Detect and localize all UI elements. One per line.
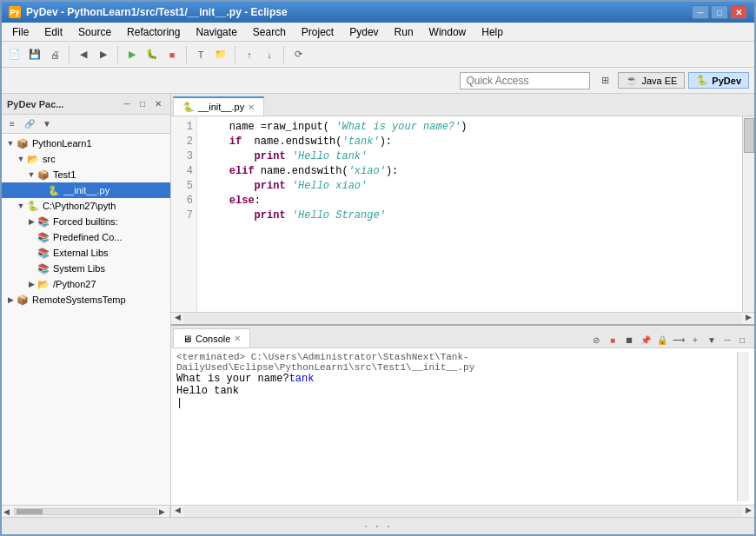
status-bar: · · · [2, 517, 754, 534]
menu-navigate[interactable]: Navigate [189, 24, 243, 40]
editor-tab-init-py[interactable]: 🐍 __init__.py ✕ [173, 96, 264, 116]
minimize-panel-button[interactable]: ─ [120, 97, 134, 111]
menu-window[interactable]: Window [422, 24, 474, 40]
menu-source[interactable]: Source [71, 24, 118, 40]
console-cursor-line[interactable]: | [176, 397, 737, 409]
console-word-wrap[interactable]: ⟶ [671, 332, 686, 347]
expand-arrow[interactable]: ▶ [26, 280, 36, 288]
scroll-thumb [17, 509, 43, 514]
editor-vertical-scrollbar[interactable] [742, 116, 754, 312]
tree-item-pythonlearn1[interactable]: ▼ 📦 PythonLearn1 [2, 136, 170, 151]
console-view-menu[interactable]: ▼ [704, 332, 720, 347]
sidebar-menu-button[interactable]: ▼ [39, 116, 55, 132]
next-annotation[interactable]: ↓ [260, 45, 279, 64]
close-button[interactable]: ✕ [730, 5, 747, 19]
synchronize-button[interactable]: ⟳ [288, 45, 308, 64]
tab-close-button[interactable]: ✕ [248, 103, 255, 112]
menu-project[interactable]: Project [295, 24, 341, 40]
tree-item-predefined[interactable]: 📚 Predefined Co... [2, 229, 170, 245]
expand-arrow[interactable]: ▼ [5, 139, 16, 148]
expand-arrow[interactable]: ▼ [26, 170, 36, 179]
debug-button[interactable]: 🐛 [143, 45, 162, 64]
maximize-button[interactable]: □ [711, 5, 728, 19]
prev-annotation[interactable]: ↑ [240, 45, 259, 64]
console-scroll-lock[interactable]: 🔒 [654, 332, 670, 347]
scroll-right-btn[interactable]: ▶ [742, 313, 754, 325]
pydev-perspective[interactable]: 🐍 PyDev [688, 72, 749, 89]
expand-arrow[interactable]: ▼ [16, 202, 26, 210]
tree-item-python27[interactable]: ▼ 🐍 C:\Python27\pyth [2, 198, 170, 214]
forward-button[interactable]: ▶ [94, 45, 113, 64]
menu-help[interactable]: Help [474, 24, 510, 40]
tree-item-python27-folder[interactable]: ▶ 📂 /Python27 [2, 276, 170, 292]
open-type-button[interactable]: T [191, 45, 210, 64]
minimize-button[interactable]: ─ [692, 5, 709, 19]
run-button[interactable]: ▶ [123, 45, 142, 64]
link-editor-button[interactable]: 🔗 [22, 116, 37, 132]
toolbar-sep-4 [235, 46, 235, 63]
collapse-all-button[interactable]: ≡ [4, 116, 20, 132]
menu-search[interactable]: Search [246, 24, 293, 40]
console-stop-btn[interactable]: ■ [605, 332, 620, 347]
tree-item-external-libs[interactable]: 📚 External Libs [2, 245, 170, 261]
output-text-1: What is your name? [176, 373, 289, 385]
back-button[interactable]: ◀ [74, 45, 93, 64]
panel-title: PyDev Pac... [7, 99, 63, 109]
menu-pydev[interactable]: Pydev [342, 24, 385, 40]
package-explorer-panel: PyDev Pac... ─ □ ✕ ≡ 🔗 ▼ ▼ 📦 PythonLear [2, 94, 171, 517]
scroll-left-btn[interactable]: ◀ [171, 313, 183, 325]
console-scroll-left[interactable]: ◀ [171, 506, 183, 518]
open-resource-button[interactable]: 📁 [211, 45, 230, 64]
print-button[interactable]: 🖨 [45, 45, 64, 64]
quick-access-input[interactable] [460, 72, 590, 89]
code-editor[interactable]: name =raw_input( 'What is your name?') i… [197, 116, 742, 312]
h-scroll-track[interactable] [183, 314, 742, 324]
pydev-label: PyDev [712, 76, 741, 86]
menu-edit[interactable]: Edit [37, 24, 70, 40]
code-line-7: print 'Hello Strange' [204, 208, 735, 223]
console-tab-close[interactable]: ✕ [234, 334, 241, 343]
console-vertical-scrollbar[interactable] [737, 352, 749, 501]
expand-arrow[interactable]: ▶ [5, 295, 16, 304]
code-line-4: elif name.endswith('xiao'): [204, 164, 735, 179]
right-panel: 🐍 __init__.py ✕ 1 2 3 4 5 6 7 [171, 94, 754, 517]
tree-item-init-py[interactable]: 🐍 __init__.py [2, 182, 170, 198]
scroll-track[interactable] [14, 508, 157, 515]
console-clear-btn[interactable]: ⊘ [588, 332, 604, 347]
scroll-right-button[interactable]: ▶ [159, 507, 168, 516]
expand-arrow[interactable]: ▶ [26, 217, 36, 226]
console-maximize-btn[interactable]: □ [735, 333, 749, 347]
maximize-panel-button[interactable]: □ [136, 97, 149, 111]
code-line-5: print 'Hello xiao' [204, 179, 735, 194]
console-tab[interactable]: 🖥 Console ✕ [173, 328, 250, 347]
close-panel-button[interactable]: ✕ [151, 97, 165, 111]
expand-arrow[interactable]: ▼ [16, 155, 26, 163]
tree-item-remote-systems[interactable]: ▶ 📦 RemoteSystemsTemp [2, 292, 170, 308]
console-minimize-btn[interactable]: ─ [720, 333, 734, 347]
new-button[interactable]: 📄 [5, 45, 24, 64]
main-toolbar: 📄 💾 🖨 ◀ ▶ ▶ 🐛 ■ T 📁 ↑ ↓ ⟳ [2, 42, 754, 68]
tree-item-label: __init__.py [63, 185, 109, 195]
lib-icon: 📚 [36, 261, 50, 275]
tree-item-system-libs[interactable]: 📚 System Libs [2, 261, 170, 276]
menu-file[interactable]: File [5, 24, 36, 40]
java-ee-perspective[interactable]: ☕ Java EE [618, 72, 685, 89]
scroll-left-button[interactable]: ◀ [3, 507, 12, 516]
console-disconnect-btn[interactable]: ⏹ [621, 332, 637, 347]
console-new-console[interactable]: + [687, 332, 703, 347]
open-perspective-button[interactable]: ⊞ [595, 71, 614, 90]
console-pin-btn[interactable]: 📌 [638, 332, 653, 347]
tree-item-test1[interactable]: ▼ 📦 Test1 [2, 167, 170, 182]
tree-item-label: Predefined Co... [53, 232, 123, 242]
stop-button[interactable]: ■ [162, 45, 182, 64]
title-controls: ─ □ ✕ [692, 5, 747, 19]
code-line-1: name =raw_input( 'What is your name?') [204, 120, 735, 135]
tree-item-src[interactable]: ▼ 📂 src [2, 151, 170, 167]
console-h-track[interactable] [183, 506, 742, 517]
console-scroll-right[interactable]: ▶ [742, 506, 754, 518]
quick-access-bar: ⊞ ☕ Java EE 🐍 PyDev [2, 68, 754, 94]
save-button[interactable]: 💾 [25, 45, 44, 64]
menu-refactoring[interactable]: Refactoring [120, 24, 187, 40]
menu-run[interactable]: Run [388, 24, 421, 40]
tree-item-forced-builtins[interactable]: ▶ 📚 Forced builtins: [2, 214, 170, 229]
